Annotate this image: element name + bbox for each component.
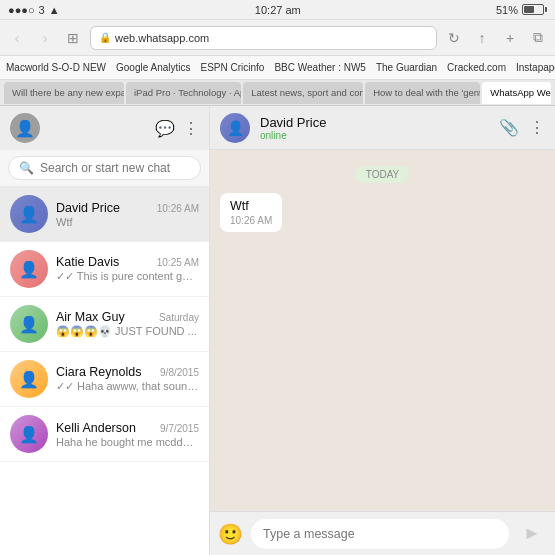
chat-name-david: David Price: [56, 201, 120, 215]
avatar-ciara: 👤: [10, 360, 48, 398]
chat-time-katie: 10:25 AM: [157, 257, 199, 268]
bookmark-espn[interactable]: ESPN Cricinfo: [201, 62, 265, 73]
bookmark-instapaper[interactable]: Instapaper: Read Later: [516, 62, 555, 73]
conv-avatar-icon: 👤: [220, 113, 250, 143]
conv-contact-name: David Price: [260, 115, 489, 130]
bookmark-macworld[interactable]: Macworld S-O-D NEW: [6, 62, 106, 73]
chat-item-katie[interactable]: 👤 Katie Davis 10:25 AM ✓✓ This is pure c…: [0, 242, 209, 297]
chat-name-row-katie: Katie Davis 10:25 AM: [56, 255, 199, 269]
tab-2[interactable]: Latest news, sport and comm...: [243, 82, 363, 104]
url-bar[interactable]: 🔒 web.whatsapp.com: [90, 26, 437, 50]
chat-item-ciara[interactable]: 👤 Ciara Reynolds 9/8/2015 ✓✓ Haha awww, …: [0, 352, 209, 407]
status-time: 10:27 am: [255, 4, 301, 16]
chat-preview-david: Wtf: [56, 216, 199, 228]
battery-icon: [522, 4, 547, 15]
chat-time-ciara: 9/8/2015: [160, 367, 199, 378]
user-avatar-icon: 👤: [10, 113, 40, 143]
attachment-icon[interactable]: 📎: [499, 118, 519, 137]
emoji-button[interactable]: 🙂: [218, 522, 243, 546]
chat-time-airmax: Saturday: [159, 312, 199, 323]
chat-items-list: 👤 David Price 10:26 AM Wtf 👤 Kati: [0, 187, 209, 555]
message-bubble-wtf: Wtf 10:26 AM: [220, 193, 282, 232]
status-bar: ●●●○ 3 ▲ 10:27 am 51%: [0, 0, 555, 20]
tab-view-button[interactable]: ⧉: [527, 27, 549, 49]
refresh-button[interactable]: ↻: [443, 27, 465, 49]
bookmark-bbc[interactable]: BBC Weather : NW5: [274, 62, 366, 73]
status-left: ●●●○ 3 ▲: [8, 4, 60, 16]
avatar-airmax-icon: 👤: [10, 305, 48, 343]
chat-name-row-airmax: Air Max Guy Saturday: [56, 310, 199, 324]
chat-name-row-ciara: Ciara Reynolds 9/8/2015: [56, 365, 199, 379]
carrier-label: 3: [39, 4, 45, 16]
chat-name-katie: Katie Davis: [56, 255, 119, 269]
messages-area: TODAY Wtf 10:26 AM: [210, 150, 555, 511]
avatar-kelli-icon: 👤: [10, 415, 48, 453]
chat-preview-katie: ✓✓ This is pure content gol...: [56, 270, 199, 283]
chat-item-david[interactable]: 👤 David Price 10:26 AM Wtf: [0, 187, 209, 242]
forward-button[interactable]: ›: [34, 27, 56, 49]
chat-list-header: 👤 💬 ⋮: [0, 106, 209, 150]
share-button[interactable]: ↑: [471, 27, 493, 49]
search-icon: 🔍: [19, 161, 34, 175]
search-bar: 🔍: [0, 150, 209, 187]
avatar-katie: 👤: [10, 250, 48, 288]
message-input[interactable]: [251, 519, 509, 549]
chat-item-kelli[interactable]: 👤 Kelli Anderson 9/7/2015 Haha he bought…: [0, 407, 209, 462]
user-avatar[interactable]: 👤: [10, 113, 40, 143]
chat-name-airmax: Air Max Guy: [56, 310, 125, 324]
chat-info-airmax: Air Max Guy Saturday 😱😱😱💀 JUST FOUND ...: [56, 310, 199, 338]
back-button[interactable]: ‹: [6, 27, 28, 49]
conv-contact-info: David Price online: [260, 115, 489, 141]
signal-icon: ●●●○: [8, 4, 35, 16]
chat-time-kelli: 9/7/2015: [160, 423, 199, 434]
status-right: 51%: [496, 4, 547, 16]
bookmark-cracked[interactable]: Cracked.com: [447, 62, 506, 73]
chat-time-david: 10:26 AM: [157, 203, 199, 214]
browser-toolbar: ‹ › ⊞ 🔒 web.whatsapp.com ↻ ↑ + ⧉: [0, 20, 555, 56]
input-bar: 🙂 ►: [210, 511, 555, 555]
tab-whatsapp[interactable]: WhatsApp Web: [482, 82, 551, 104]
chat-name-row-david: David Price 10:26 AM: [56, 201, 199, 215]
date-divider: TODAY: [220, 164, 545, 183]
conv-menu-icon[interactable]: ⋮: [529, 118, 545, 137]
conversation-panel: 👤 David Price online 📎 ⋮ TODAY Wtf 10:26…: [210, 106, 555, 555]
bookmark-google-analytics[interactable]: Google Analytics: [116, 62, 191, 73]
conv-contact-avatar: 👤: [220, 113, 250, 143]
tab-3[interactable]: How to deal with the 'gentle...: [365, 82, 480, 104]
search-input[interactable]: [40, 161, 190, 175]
url-text: web.whatsapp.com: [115, 32, 209, 44]
avatar-kelli: 👤: [10, 415, 48, 453]
avatar-ciara-icon: 👤: [10, 360, 48, 398]
avatar-david: 👤: [10, 195, 48, 233]
tab-0[interactable]: Will there be any new expans...: [4, 82, 124, 104]
bookmark-guardian[interactable]: The Guardian: [376, 62, 437, 73]
send-button[interactable]: ►: [517, 519, 547, 549]
chat-info-david: David Price 10:26 AM Wtf: [56, 201, 199, 228]
tab-1[interactable]: iPad Pro · Technology · Apple: [126, 82, 241, 104]
conv-header-icons: 📎 ⋮: [499, 118, 545, 137]
avatar-david-icon: 👤: [10, 195, 48, 233]
conversation-header: 👤 David Price online 📎 ⋮: [210, 106, 555, 150]
search-input-wrap[interactable]: 🔍: [8, 156, 201, 180]
new-tab-button[interactable]: +: [499, 27, 521, 49]
chat-item-airmax[interactable]: 👤 Air Max Guy Saturday 😱😱😱💀 JUST FOUND .…: [0, 297, 209, 352]
avatar-katie-icon: 👤: [10, 250, 48, 288]
tab-bar: Will there be any new expans... iPad Pro…: [0, 80, 555, 106]
menu-icon[interactable]: ⋮: [183, 119, 199, 138]
chat-list-panel: 👤 💬 ⋮ 🔍 👤 David Price: [0, 106, 210, 555]
conv-contact-status: online: [260, 130, 489, 141]
bookmarks-button[interactable]: ⊞: [62, 27, 84, 49]
bookmarks-bar: Macworld S-O-D NEW Google Analytics ESPN…: [0, 56, 555, 80]
lock-icon: 🔒: [99, 32, 111, 43]
battery-label: 51%: [496, 4, 518, 16]
wifi-icon: ▲: [49, 4, 60, 16]
chat-preview-airmax: 😱😱😱💀 JUST FOUND ...: [56, 325, 199, 338]
chat-name-row-kelli: Kelli Anderson 9/7/2015: [56, 421, 199, 435]
chat-info-katie: Katie Davis 10:25 AM ✓✓ This is pure con…: [56, 255, 199, 283]
chat-preview-ciara: ✓✓ Haha awww, that sound...: [56, 380, 199, 393]
new-chat-icon[interactable]: 💬: [155, 119, 175, 138]
message-time-wtf: 10:26 AM: [230, 215, 272, 226]
date-badge: TODAY: [356, 166, 410, 183]
message-text-wtf: Wtf: [230, 199, 272, 213]
chat-info-kelli: Kelli Anderson 9/7/2015 Haha he bought m…: [56, 421, 199, 448]
